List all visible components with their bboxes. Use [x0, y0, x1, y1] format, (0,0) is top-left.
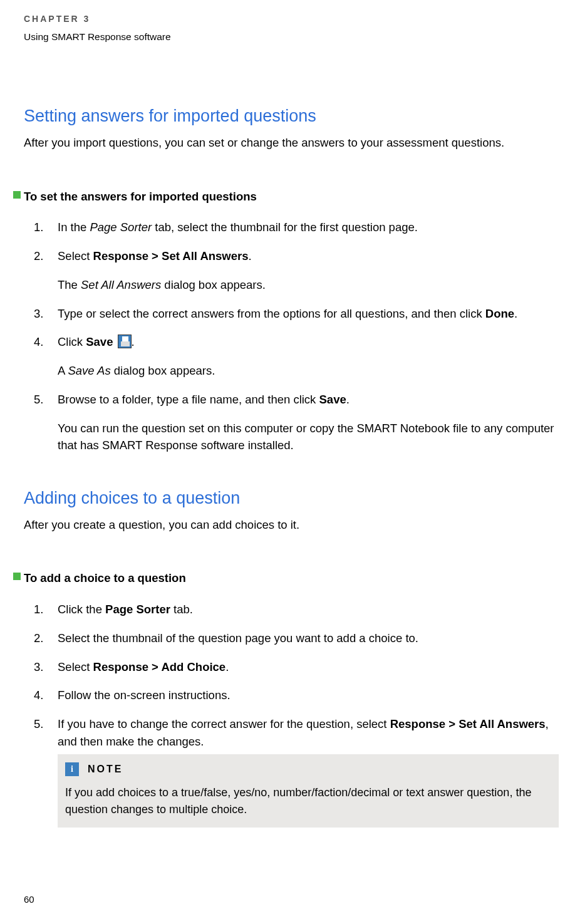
step-text: dialog box appears.	[161, 278, 266, 291]
step-bold: Page Sorter	[105, 603, 170, 616]
step-number: 4.	[34, 333, 43, 351]
step-number: 5.	[34, 391, 43, 408]
step-text: .	[514, 307, 517, 320]
step-extra: The Set All Answers dialog box appears.	[58, 276, 559, 294]
step-extra: A Save As dialog box appears.	[58, 362, 559, 380]
chapter-subtitle: Using SMART Response software	[24, 29, 565, 44]
step-text: Select	[58, 660, 93, 673]
step-bold: Response > Add Choice	[93, 660, 226, 673]
procedure-heading: To set the answers for imported question…	[24, 188, 565, 205]
section-heading-adding-choices: Adding choices to a question	[24, 485, 565, 511]
note-box: i NOTE If you add choices to a true/fals…	[58, 754, 559, 828]
section-intro: After you import questions, you can set …	[24, 134, 565, 152]
list-item: 5. If you have to change the correct ans…	[58, 715, 565, 828]
step-text: .	[346, 393, 350, 406]
step-number: 3.	[34, 305, 43, 323]
save-icon	[118, 335, 132, 348]
list-item: 5. Browse to a folder, type a file name,…	[58, 391, 565, 454]
step-number: 3.	[34, 658, 43, 676]
step-bold: Save	[319, 393, 346, 406]
step-text: tab, select the thumbnail for the first …	[152, 221, 418, 234]
step-number: 1.	[34, 601, 43, 618]
step-em: Set All Answers	[81, 278, 161, 291]
step-text: Click the	[58, 603, 105, 616]
procedure-list: 1. In the Page Sorter tab, select the th…	[24, 219, 565, 454]
note-header: i NOTE	[65, 762, 551, 777]
step-text: Follow the on-screen instructions.	[58, 688, 231, 702]
list-item: 1. In the Page Sorter tab, select the th…	[58, 219, 565, 236]
step-number: 1.	[34, 219, 43, 236]
step-text: The	[58, 278, 81, 291]
list-item: 3. Type or select the correct answers fr…	[58, 305, 565, 323]
step-text: .	[249, 249, 252, 262]
list-item: 2. Select Response > Set All Answers. Th…	[58, 247, 565, 294]
step-text: If you have to change the correct answer…	[58, 717, 390, 730]
step-text: tab.	[170, 603, 193, 616]
list-item: 3. Select Response > Add Choice.	[58, 658, 565, 676]
step-text: Browse to a folder, type a file name, an…	[58, 393, 319, 406]
step-text: In the	[58, 221, 90, 234]
step-text: Type or select the correct answers from …	[58, 307, 485, 320]
step-text: Click	[58, 335, 86, 348]
page-number: 60	[24, 893, 34, 907]
step-text: Select the thumbnail of the question pag…	[58, 631, 418, 645]
section-intro: After you create a question, you can add…	[24, 516, 565, 534]
procedure-list: 1. Click the Page Sorter tab. 2. Select …	[24, 601, 565, 828]
step-em: Save As	[68, 364, 110, 377]
step-extra: You can run the question set on this com…	[58, 420, 559, 455]
step-text: .	[132, 335, 135, 348]
step-text: .	[225, 660, 229, 673]
step-number: 4.	[34, 687, 43, 704]
step-text: A	[58, 364, 68, 377]
step-bold: Response > Set All Answers	[390, 717, 546, 730]
step-number: 2.	[34, 247, 43, 265]
chapter-label: CHAPTER 3	[24, 13, 565, 26]
procedure-marker-icon	[13, 573, 21, 580]
info-icon: i	[65, 762, 79, 776]
procedure-heading-text: To add a choice to a question	[24, 571, 186, 584]
list-item: 2. Select the thumbnail of the question …	[58, 630, 565, 647]
step-bold: Response > Set All Answers	[93, 249, 249, 262]
step-number: 5.	[34, 715, 43, 733]
note-label: NOTE	[88, 762, 123, 777]
procedure-heading: To add a choice to a question	[24, 569, 565, 587]
step-number: 2.	[34, 630, 43, 647]
procedure-marker-icon	[13, 191, 21, 199]
note-text: If you add choices to a true/false, yes/…	[65, 784, 551, 819]
list-item: 4. Click Save . A Save As dialog box app…	[58, 333, 565, 380]
step-bold: Save	[86, 335, 113, 348]
step-bold: Done	[485, 307, 514, 320]
step-em: Page Sorter	[90, 221, 152, 234]
procedure-heading-text: To set the answers for imported question…	[24, 190, 257, 203]
list-item: 4. Follow the on-screen instructions.	[58, 687, 565, 704]
section-heading-setting-answers: Setting answers for imported questions	[24, 103, 565, 129]
step-text: dialog box appears.	[111, 364, 215, 377]
list-item: 1. Click the Page Sorter tab.	[58, 601, 565, 618]
step-text: Select	[58, 249, 93, 262]
